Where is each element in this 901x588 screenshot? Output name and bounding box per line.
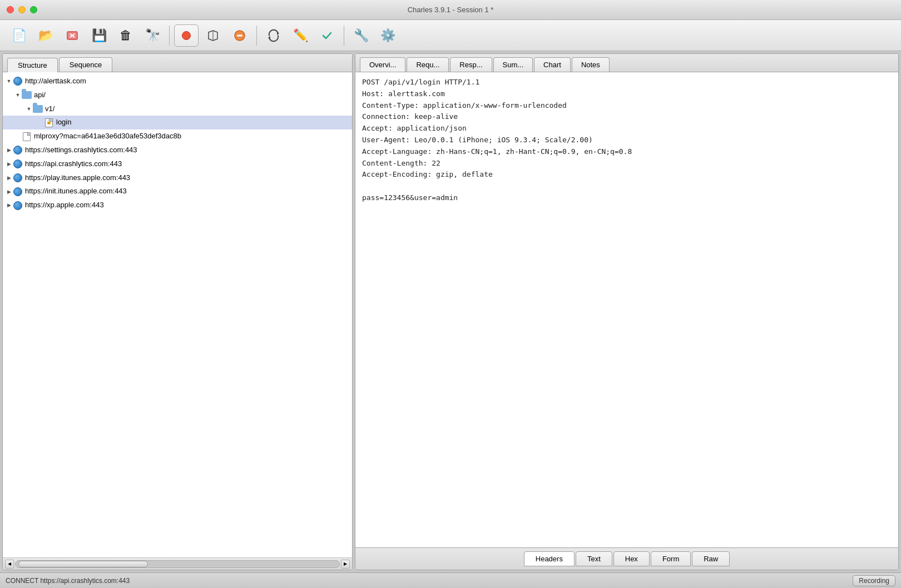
bottom-tab-text[interactable]: Text bbox=[576, 551, 612, 566]
tree-label-itunes1: https://play.itunes.apple.com:443 bbox=[25, 172, 130, 184]
tree-arrow-apple1 bbox=[5, 202, 13, 210]
folder-icon-v1 bbox=[33, 104, 43, 114]
tab-structure[interactable]: Structure bbox=[7, 58, 58, 72]
scroll-right[interactable]: ▶ bbox=[341, 560, 350, 569]
content-line: Host: alerttask.com bbox=[362, 88, 892, 100]
tree-item-apple1[interactable]: https://xp.apple.com:443 bbox=[3, 198, 352, 212]
content-line: User-Agent: Leo/0.0.1 (iPhone; iOS 9.3.4… bbox=[362, 134, 892, 146]
tab-summary[interactable]: Sum... bbox=[493, 57, 533, 72]
left-panel: Structure Sequence http://alerttask.com … bbox=[2, 53, 353, 570]
globe-icon-apple1 bbox=[13, 201, 23, 211]
tab-response[interactable]: Resp... bbox=[450, 57, 492, 72]
separator-3 bbox=[344, 26, 344, 46]
right-panel: Overvi... Requ... Resp... Sum... Chart N… bbox=[355, 53, 899, 570]
recording-badge[interactable]: Recording bbox=[853, 575, 895, 586]
tree-item-root1[interactable]: http://alerttask.com bbox=[3, 74, 352, 88]
file-icon-login: 🔒 bbox=[44, 118, 54, 128]
find-button[interactable]: 🔭 bbox=[140, 24, 165, 47]
left-panel-tabs: Structure Sequence bbox=[3, 54, 352, 72]
content-line: Accept-Encoding: gzip, deflate bbox=[362, 169, 892, 181]
globe-icon-root1 bbox=[13, 76, 23, 86]
tree-label-login: login bbox=[56, 117, 71, 128]
refresh-button[interactable] bbox=[261, 24, 286, 47]
tree-arrow-v1 bbox=[25, 105, 33, 113]
scroll-thumb[interactable] bbox=[18, 561, 148, 567]
bottom-tab-headers[interactable]: Headers bbox=[524, 551, 575, 566]
edit-button[interactable]: ✏️ bbox=[288, 24, 313, 47]
tab-request[interactable]: Requ... bbox=[407, 57, 449, 72]
content-line: Accept: application/json bbox=[362, 123, 892, 134]
tree-label-crashlytics1: https://settings.crashlytics.com:443 bbox=[25, 144, 137, 156]
tree-item-crashlytics1[interactable]: https://settings.crashlytics.com:443 bbox=[3, 143, 352, 157]
tree-arrow-crashlytics1 bbox=[5, 146, 13, 154]
content-line: Content-Type: application/x-www-form-url… bbox=[362, 100, 892, 112]
content-area: POST /api/v1/login HTTP/1.1Host: alertta… bbox=[355, 72, 898, 547]
tree-item-crashlytics2[interactable]: https://api.crashlytics.com:443 bbox=[3, 157, 352, 171]
tree-label-itunes2: https://init.itunes.apple.com:443 bbox=[25, 186, 127, 197]
content-line: POST /api/v1/login HTTP/1.1 bbox=[362, 77, 892, 88]
close-button[interactable] bbox=[7, 6, 14, 13]
tab-chart[interactable]: Chart bbox=[534, 57, 571, 72]
stop-button[interactable] bbox=[201, 24, 225, 47]
tree-item-v1[interactable]: v1/ bbox=[3, 102, 352, 116]
content-line: Accept-Language: zh-Hans-CN;q=1, zh-Hant… bbox=[362, 146, 892, 158]
file-icon-mlproxy bbox=[22, 132, 32, 142]
scroll-track[interactable] bbox=[15, 560, 340, 568]
tree-arrow-crashlytics2 bbox=[5, 160, 13, 168]
separator-1 bbox=[169, 26, 170, 46]
validate-button[interactable] bbox=[315, 24, 339, 47]
tree-item-mlproxy[interactable]: mlproxy?mac=a641ae3e6d30afe53def3dac8b bbox=[3, 129, 352, 143]
content-line: Connection: keep-alive bbox=[362, 111, 892, 123]
statusbar: CONNECT https://api.crashlytics.com:443 … bbox=[0, 572, 901, 588]
tree-arrow-api bbox=[14, 91, 22, 99]
content-line: Content-Length: 22 bbox=[362, 158, 892, 170]
toolbar: 📄 📂 💾 🗑 🔭 ✏️ bbox=[0, 20, 901, 51]
tab-overview[interactable]: Overvi... bbox=[360, 57, 405, 72]
tree-label-api: api/ bbox=[34, 89, 46, 101]
new-button[interactable]: 📄 bbox=[7, 24, 31, 47]
bottom-tabs: Headers Text Hex Form Raw bbox=[355, 547, 898, 570]
tree-label-root1: http://alerttask.com bbox=[25, 76, 86, 87]
maximize-button[interactable] bbox=[30, 6, 37, 13]
scroll-left[interactable]: ◀ bbox=[5, 560, 14, 569]
tree-item-itunes1[interactable]: https://play.itunes.apple.com:443 bbox=[3, 171, 352, 185]
globe-icon-itunes2 bbox=[13, 187, 23, 197]
settings-button[interactable]: ⚙️ bbox=[375, 24, 400, 47]
tree-area[interactable]: http://alerttask.com api/ v1/ 🔒 logi bbox=[3, 72, 352, 557]
tree-label-apple1: https://xp.apple.com:443 bbox=[25, 200, 104, 211]
tree-label-v1: v1/ bbox=[45, 103, 55, 115]
globe-icon-itunes1 bbox=[13, 173, 23, 183]
tree-item-login[interactable]: 🔒 login bbox=[3, 116, 352, 129]
window-title: Charles 3.9.1 - Session 1 * bbox=[408, 6, 494, 14]
tree-item-itunes2[interactable]: https://init.itunes.apple.com:443 bbox=[3, 185, 352, 198]
separator-2 bbox=[256, 26, 257, 46]
tree-arrow-itunes1 bbox=[5, 174, 13, 182]
abort-button[interactable] bbox=[227, 24, 252, 47]
bottom-tab-hex[interactable]: Hex bbox=[613, 551, 650, 566]
window-controls bbox=[7, 6, 37, 13]
globe-icon-crashlytics1 bbox=[13, 145, 23, 155]
tab-notes[interactable]: Notes bbox=[572, 57, 610, 72]
tab-sequence[interactable]: Sequence bbox=[59, 57, 113, 72]
open-button[interactable]: 📂 bbox=[33, 24, 58, 47]
content-line bbox=[362, 181, 892, 192]
bottom-tab-raw[interactable]: Raw bbox=[692, 551, 730, 566]
tree-item-api[interactable]: api/ bbox=[3, 88, 352, 102]
trash-button[interactable]: 🗑 bbox=[113, 24, 138, 47]
svg-rect-5 bbox=[237, 34, 242, 36]
tree-arrow-itunes2 bbox=[5, 188, 13, 196]
titlebar: Charles 3.9.1 - Session 1 * bbox=[0, 0, 901, 20]
status-message: CONNECT https://api.crashlytics.com:443 bbox=[6, 577, 130, 585]
main-area: Structure Sequence http://alerttask.com … bbox=[0, 51, 901, 572]
save-button[interactable]: 💾 bbox=[87, 24, 111, 47]
bottom-tab-form[interactable]: Form bbox=[651, 551, 691, 566]
record-button[interactable] bbox=[174, 24, 199, 47]
minimize-button[interactable] bbox=[18, 6, 26, 13]
tree-arrow-root1 bbox=[5, 77, 13, 85]
scrollbar-area: ◀ ▶ bbox=[3, 557, 352, 570]
content-line: pass=123456&user=admin bbox=[362, 192, 892, 204]
folder-icon-api bbox=[22, 90, 32, 100]
close-session-button[interactable] bbox=[60, 24, 85, 47]
globe-icon-crashlytics2 bbox=[13, 159, 23, 169]
tools-button[interactable]: 🔧 bbox=[349, 24, 373, 47]
